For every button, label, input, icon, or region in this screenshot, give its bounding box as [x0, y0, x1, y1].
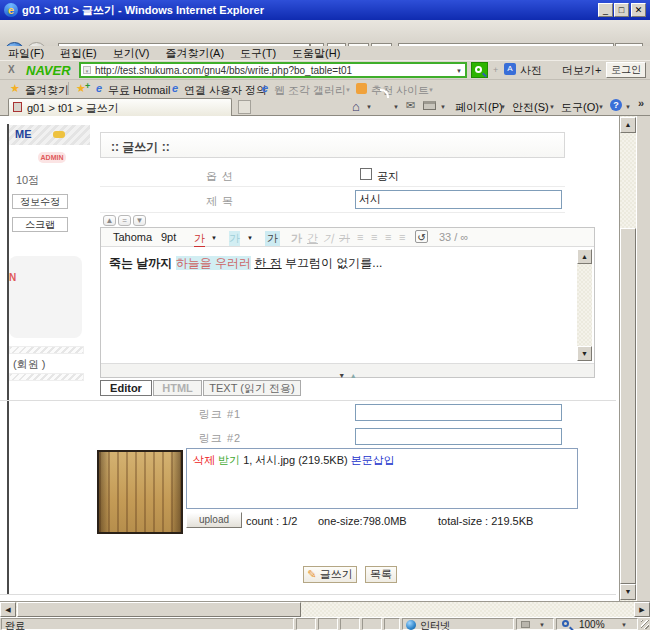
tab-row: g01 > t01 > 글쓰기 ⌂ ▼ ▼ ✉ ▼ 페이지(P)▼ 안전(S)▼… [0, 97, 650, 116]
font-color-button[interactable]: 가 [194, 231, 205, 248]
naver-close-icon[interactable]: X [8, 64, 15, 75]
naver-dict[interactable]: 사전 [520, 63, 542, 78]
ie-e-icon: e [172, 82, 178, 94]
favorites-star-icon[interactable]: ★ [10, 82, 20, 95]
naver-url: http://test.shukuma.com/gnu4/bbs/write.p… [95, 65, 352, 76]
tab-write-page[interactable]: g01 > t01 > 글쓰기 [8, 98, 232, 116]
file-count: count : 1/2 [246, 515, 297, 527]
resize-down-icon[interactable]: ▼ [338, 372, 345, 379]
tab-html[interactable]: HTML [153, 380, 202, 396]
scroll-right-icon[interactable]: ▶ [634, 602, 650, 617]
scroll-down-icon[interactable]: ▼ [620, 584, 636, 600]
link2-input[interactable] [355, 428, 562, 445]
subject-label: 제 목 [150, 194, 290, 209]
file-download-link[interactable]: 받기 [218, 454, 240, 466]
page-scrollbar[interactable]: ▲ ▼ [619, 116, 636, 601]
minimize-button[interactable]: _ [598, 3, 613, 17]
help-icon[interactable]: ? [610, 99, 622, 111]
menu-view[interactable]: 보기(V) [113, 46, 150, 61]
editor-grow-button[interactable]: ▼ [133, 215, 146, 226]
tab-editor[interactable]: Editor [100, 380, 152, 396]
editor-toolbar: Tahoma 9pt 가 ▼ 가 ▼ 가 가 간 기 가 ≡ ≡ ≡ ≡ ↺ 3… [101, 228, 594, 247]
file-list-box: 삭제 받기 1, 서시.jpg (219.5KB) 본문삽입 [186, 448, 578, 509]
scroll-up-icon[interactable]: ▲ [620, 117, 636, 133]
bold-button[interactable]: 가 [291, 231, 302, 246]
scroll-left-icon[interactable]: ◀ [0, 602, 16, 617]
editor-scrollbar[interactable]: ▲ ▼ [577, 249, 592, 361]
scroll-thumb[interactable] [620, 228, 636, 584]
strike-button[interactable]: 가 [339, 231, 350, 246]
apply-style-button[interactable]: 가 [265, 231, 280, 246]
align-left-button[interactable]: ≡ [357, 231, 363, 243]
link1-input[interactable] [355, 404, 562, 421]
hscroll-thumb[interactable] [17, 602, 301, 617]
editor-resize-bar[interactable]: ▼ ▲ [101, 363, 594, 377]
tools-menu[interactable]: 도구(O) [561, 100, 599, 115]
print-icon[interactable] [423, 101, 436, 110]
naver-search-button[interactable] [471, 62, 488, 78]
resize-up-icon[interactable]: ▲ [350, 372, 357, 379]
page-menu[interactable]: 페이지(P) [455, 100, 503, 115]
menu-file[interactable]: 파일(F) [8, 46, 44, 61]
dictionary-icon: A [504, 63, 516, 75]
scrap-button[interactable]: 스크랩 [12, 217, 68, 232]
font-name-select[interactable]: Tahoma [113, 231, 152, 243]
safety-menu[interactable]: 안전(S) [512, 100, 549, 115]
zoom-pane[interactable]: 100% ▼ [556, 618, 638, 630]
fav-item-web-slice[interactable]: 웹 조각 갤러리 [274, 83, 346, 98]
protected-mode-pane[interactable]: ▼ [516, 618, 554, 630]
naver-more[interactable]: 더보기+ [562, 63, 601, 78]
mail-icon[interactable]: ✉ [406, 99, 415, 112]
favorites-label[interactable]: 즐겨찾기 [25, 83, 69, 98]
italic-button[interactable]: 기 [323, 231, 334, 246]
editor-default-button[interactable]: = [118, 215, 131, 226]
overflow-chevron-icon[interactable]: » [638, 97, 644, 109]
ie-logo-icon: e [4, 3, 18, 17]
list-button[interactable]: 목록 [365, 566, 397, 583]
option-label: 옵 션 [150, 169, 290, 184]
maximize-button[interactable]: □ [614, 3, 629, 17]
menu-help[interactable]: 도움말(H) [292, 46, 340, 61]
menu-edit[interactable]: 편집(E) [60, 46, 97, 61]
submit-write-label: 글쓰기 [320, 568, 353, 580]
underline-button[interactable]: 간 [307, 231, 318, 246]
editor-scroll-down-icon[interactable]: ▼ [577, 346, 592, 361]
editor-shrink-button[interactable]: ▲ [103, 215, 116, 226]
fav-item-hotmail[interactable]: 무료 Hotmail [108, 83, 170, 98]
sidebar-header: ME [9, 125, 90, 145]
naver-login-button[interactable]: 로그인 [606, 62, 646, 78]
divider [0, 400, 616, 401]
pencil-icon: ✎ [307, 568, 316, 580]
subject-input[interactable] [355, 190, 562, 209]
submit-write-button[interactable]: ✎ 글쓰기 [303, 566, 357, 583]
resize-grip[interactable] [641, 620, 649, 629]
align-center-button[interactable]: ≡ [371, 231, 377, 243]
horizontal-scrollbar[interactable]: ◀ ▶ [0, 601, 650, 617]
editor-body[interactable]: 죽는 날까지 하늘을 우러러 한 점 부끄럼이 없기를... ▲ ▼ [101, 247, 594, 363]
add-favorite-plus-icon: + [85, 81, 90, 91]
tab-text-readonly[interactable]: TEXT (읽기 전용) [203, 380, 301, 396]
naver-url-field[interactable]: ▾ http://test.shukuma.com/gnu4/bbs/write… [79, 62, 467, 78]
menu-favorites[interactable]: 즐겨찾기(A) [165, 46, 224, 61]
file-insert-link[interactable]: 본문삽입 [351, 454, 395, 466]
address-bar: ◀ ▶ ▼ http://test.shukuma.com/gnu4/bbs/w… [0, 20, 650, 46]
notice-checkbox[interactable] [360, 168, 372, 180]
file-delete-link[interactable]: 삭제 [193, 454, 215, 466]
notice-label: 공지 [377, 169, 399, 184]
edit-info-button[interactable]: 정보수정 [12, 194, 68, 209]
bg-color-button[interactable]: 가 [229, 231, 240, 246]
new-tab-stub[interactable] [238, 100, 251, 114]
align-right-button[interactable]: ≡ [385, 231, 391, 243]
home-icon[interactable]: ⌂ [352, 99, 360, 114]
upload-button[interactable]: upload [186, 512, 242, 528]
sidebar-hatch [9, 373, 84, 381]
menu-tools[interactable]: 도구(T) [240, 46, 276, 61]
undo-button[interactable]: ↺ [415, 230, 428, 243]
file-total-size: total-size : 219.5KB [438, 515, 533, 527]
editor-scroll-up-icon[interactable]: ▲ [577, 249, 592, 264]
font-size-select[interactable]: 9pt [161, 231, 176, 243]
naver-logo[interactable]: NAVER [26, 63, 71, 78]
align-justify-button[interactable]: ≡ [399, 231, 405, 243]
fav-item-custom-links[interactable]: 연결 사용자 정의 [184, 83, 267, 98]
close-button[interactable]: ✕ [631, 3, 646, 17]
